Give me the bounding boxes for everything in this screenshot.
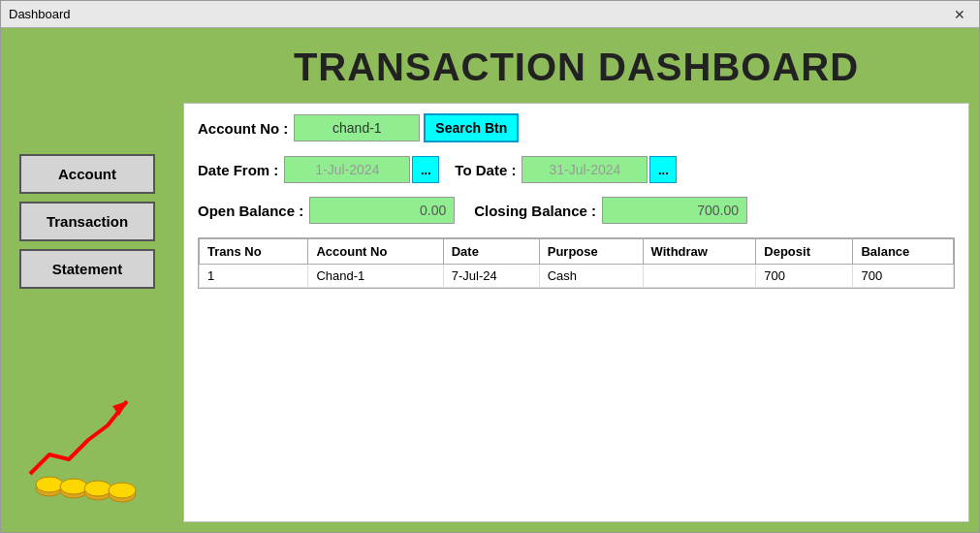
content-area: Account Transaction Statement	[1, 28, 979, 532]
open-balance-input	[309, 197, 455, 224]
transactions-table: Trans No Account No Date Purpose Withdra…	[199, 238, 954, 288]
table-header-row: Trans No Account No Date Purpose Withdra…	[200, 239, 954, 265]
to-date-picker-button[interactable]: ...	[649, 156, 677, 183]
cell-withdraw	[643, 265, 756, 288]
open-balance-group: Open Balance :	[198, 197, 455, 224]
col-account-no: Account No	[308, 239, 443, 265]
search-button[interactable]: Search Btn	[424, 113, 519, 142]
date-from-input[interactable]	[284, 156, 410, 183]
page-title: TRANSACTION DASHBOARD	[174, 28, 979, 103]
cell-date: 7-Jul-24	[443, 265, 539, 288]
statement-button[interactable]: Statement	[19, 249, 155, 289]
col-trans-no: Trans No	[200, 239, 308, 265]
account-button[interactable]: Account	[19, 154, 155, 194]
date-row: Date From : ... To Date : ...	[198, 156, 955, 183]
closing-balance-group: Closing Balance :	[474, 197, 747, 224]
close-button[interactable]: ✕	[948, 5, 971, 24]
title-bar: Dashboard ✕	[1, 1, 979, 28]
date-from-label: Date From :	[198, 162, 278, 178]
col-withdraw: Withdraw	[643, 239, 756, 265]
account-no-input[interactable]	[294, 114, 420, 141]
to-date-label: To Date :	[455, 162, 516, 178]
svg-point-4	[60, 479, 87, 494]
col-balance: Balance	[853, 239, 954, 265]
col-deposit: Deposit	[756, 239, 853, 265]
col-purpose: Purpose	[539, 239, 643, 265]
table-row: 1Chand-17-Jul-24Cash700700	[200, 265, 954, 288]
account-no-label: Account No :	[198, 120, 288, 137]
closing-balance-label: Closing Balance :	[474, 203, 596, 219]
svg-point-8	[109, 483, 136, 498]
col-date: Date	[443, 239, 539, 265]
svg-point-6	[84, 481, 111, 496]
chart-icon	[20, 387, 146, 503]
sidebar: Account Transaction Statement	[1, 28, 174, 532]
to-date-input[interactable]	[522, 156, 648, 183]
cell-balance: 700	[853, 265, 954, 288]
window-title: Dashboard	[9, 7, 71, 21]
cell-trans_no: 1	[200, 265, 308, 288]
cell-purpose: Cash	[539, 265, 643, 288]
form-panel: Account No : Search Btn Date From : ... …	[183, 103, 969, 522]
balance-row: Open Balance : Closing Balance :	[198, 197, 955, 224]
cell-account_no: Chand-1	[308, 265, 443, 288]
account-row: Account No : Search Btn	[198, 113, 955, 142]
date-from-picker-button[interactable]: ...	[412, 156, 439, 183]
main-window: Dashboard ✕ Account Transaction Statemen…	[0, 0, 980, 533]
open-balance-label: Open Balance :	[198, 203, 303, 219]
cell-deposit: 700	[756, 265, 853, 288]
transaction-button[interactable]: Transaction	[19, 202, 155, 241]
closing-balance-input	[602, 197, 747, 224]
svg-point-2	[36, 477, 63, 492]
transactions-table-container: Trans No Account No Date Purpose Withdra…	[198, 237, 955, 289]
main-panel: TRANSACTION DASHBOARD Account No : Searc…	[174, 28, 979, 532]
